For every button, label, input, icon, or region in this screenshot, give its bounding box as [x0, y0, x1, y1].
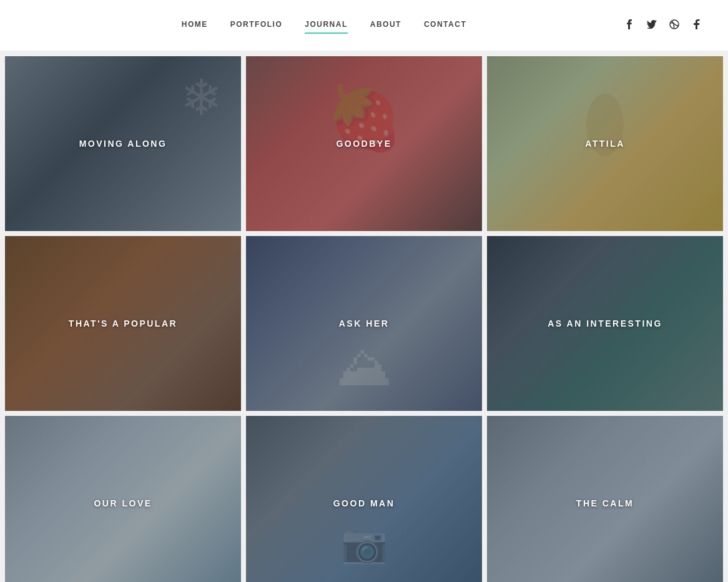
site-header: HOMEPORTFOLIOJOURNALABOUTCONTACT — [0, 0, 728, 51]
tumblr-icon[interactable] — [691, 19, 703, 32]
grid-container: MOVING ALONGGOODBYEATTILATHAT'S A POPULA… — [0, 51, 728, 582]
grid-item-9[interactable]: THE CALM — [487, 416, 723, 582]
grid-item-title: ASK HER — [339, 318, 390, 328]
grid-item-1[interactable]: MOVING ALONG — [5, 56, 241, 231]
main-nav: HOMEPORTFOLIOJOURNALABOUTCONTACT — [182, 20, 466, 31]
grid-item-2[interactable]: GOODBYE — [246, 56, 482, 231]
grid-item-overlay: OUR LOVE — [5, 416, 241, 582]
grid-item-title: ATTILA — [585, 139, 625, 149]
grid-item-8[interactable]: GOOD MAN — [246, 416, 482, 582]
grid-item-overlay: MOVING ALONG — [5, 56, 241, 231]
grid-item-6[interactable]: AS AN INTERESTING — [487, 236, 723, 411]
journal-grid: MOVING ALONGGOODBYEATTILATHAT'S A POPULA… — [0, 51, 728, 582]
nav-item-contact[interactable]: CONTACT — [424, 20, 466, 31]
grid-item-overlay: GOOD MAN — [246, 416, 482, 582]
social-icons-container — [623, 19, 703, 32]
grid-item-overlay: ASK HER — [246, 236, 482, 411]
nav-item-journal[interactable]: JOURNAL — [305, 20, 348, 31]
grid-item-title: THAT'S A POPULAR — [69, 318, 177, 328]
grid-item-overlay: AS AN INTERESTING — [487, 236, 723, 411]
facebook-icon[interactable] — [623, 19, 636, 32]
grid-item-title: GOODBYE — [336, 139, 391, 149]
nav-item-portfolio[interactable]: PORTFOLIO — [230, 20, 283, 31]
grid-item-title: MOVING ALONG — [79, 139, 167, 149]
grid-item-overlay: GOODBYE — [246, 56, 482, 231]
nav-item-home[interactable]: HOME — [182, 20, 208, 31]
grid-item-title: OUR LOVE — [94, 498, 152, 508]
twitter-icon[interactable] — [646, 20, 658, 31]
nav-item-about[interactable]: ABOUT — [370, 20, 401, 31]
grid-item-overlay: THE CALM — [487, 416, 723, 582]
grid-item-title: THE CALM — [576, 498, 634, 508]
grid-item-3[interactable]: ATTILA — [487, 56, 723, 231]
grid-item-4[interactable]: THAT'S A POPULAR — [5, 236, 241, 411]
grid-item-5[interactable]: ASK HER — [246, 236, 482, 411]
grid-item-7[interactable]: OUR LOVE — [5, 416, 241, 582]
grid-item-title: AS AN INTERESTING — [548, 318, 662, 328]
grid-item-title: GOOD MAN — [333, 498, 395, 508]
grid-item-overlay: THAT'S A POPULAR — [5, 236, 241, 411]
grid-item-overlay: ATTILA — [487, 56, 723, 231]
dribbble-icon-btn[interactable] — [668, 19, 681, 32]
